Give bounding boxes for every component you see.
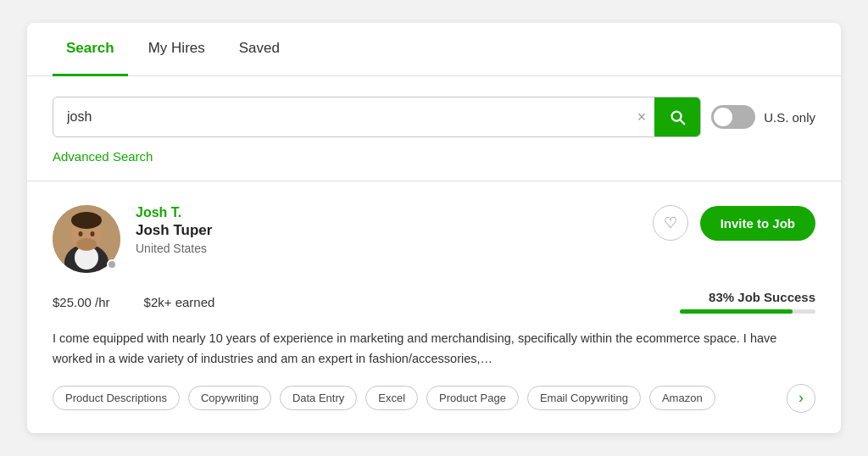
rate-stat: $25.00 /hr — [53, 295, 110, 309]
progress-bar-fill — [680, 309, 793, 314]
tab-saved[interactable]: Saved — [225, 23, 293, 76]
profile-bio: I come equipped with nearly 10 years of … — [53, 329, 815, 368]
search-input[interactable] — [53, 109, 629, 125]
tabs-bar: Search My Hires Saved — [27, 23, 841, 76]
us-only-label: U.S. only — [764, 110, 815, 125]
profile-actions: ♡ Invite to Job — [653, 205, 815, 241]
svg-point-4 — [71, 212, 102, 229]
skill-tag[interactable]: Amazon — [649, 386, 715, 410]
search-input-wrapper: × — [53, 97, 701, 137]
skills-next-button[interactable]: › — [787, 384, 815, 413]
profile-name-link[interactable]: Josh T. — [136, 205, 637, 220]
heart-icon: ♡ — [664, 214, 677, 232]
profile-header: Josh T. Josh Tuper United States ♡ Invit… — [53, 205, 815, 273]
search-section: × U.S. only Advanced Search — [27, 76, 841, 181]
online-status-dot — [107, 259, 117, 270]
progress-bar-background — [680, 309, 815, 314]
advanced-search-link[interactable]: Advanced Search — [53, 149, 815, 164]
skill-tag[interactable]: Product Descriptions — [53, 386, 180, 410]
skill-tag[interactable]: Excel — [365, 386, 418, 410]
earned-stat: $2k+ earned — [144, 295, 215, 309]
profile-section: Josh T. Josh Tuper United States ♡ Invit… — [27, 181, 841, 432]
job-success-label: 83% Job Success — [680, 290, 815, 304]
save-button[interactable]: ♡ — [653, 205, 688, 241]
search-button[interactable] — [654, 97, 700, 137]
invite-to-job-button[interactable]: Invite to Job — [700, 206, 815, 241]
main-card: Search My Hires Saved × U.S. only — [27, 23, 841, 432]
svg-point-5 — [79, 231, 83, 236]
skill-tag[interactable]: Data Entry — [280, 386, 357, 410]
profile-full-name: Josh Tuper — [136, 222, 637, 239]
svg-point-6 — [91, 231, 95, 236]
tab-search[interactable]: Search — [53, 23, 128, 76]
svg-point-7 — [76, 238, 97, 250]
chevron-right-icon: › — [798, 389, 804, 407]
skills-row: Product Descriptions Copywriting Data En… — [53, 384, 815, 413]
clear-button[interactable]: × — [629, 108, 655, 126]
stats-row: $25.00 /hr $2k+ earned 83% Job Success — [53, 290, 815, 314]
clear-icon: × — [637, 108, 647, 126]
us-only-toggle-group: U.S. only — [711, 105, 815, 129]
skill-tag[interactable]: Copywriting — [188, 386, 271, 410]
profile-info: Josh T. Josh Tuper United States — [136, 205, 637, 255]
search-row: × U.S. only — [53, 97, 815, 137]
us-only-toggle[interactable] — [711, 105, 755, 129]
search-icon — [668, 108, 687, 126]
avatar-wrapper — [53, 205, 120, 273]
skill-tag[interactable]: Email Copywriting — [527, 386, 641, 410]
skill-tag[interactable]: Product Page — [426, 386, 519, 410]
profile-location: United States — [136, 242, 637, 255]
tab-my-hires[interactable]: My Hires — [135, 23, 219, 76]
job-success-wrapper: 83% Job Success — [680, 290, 815, 314]
